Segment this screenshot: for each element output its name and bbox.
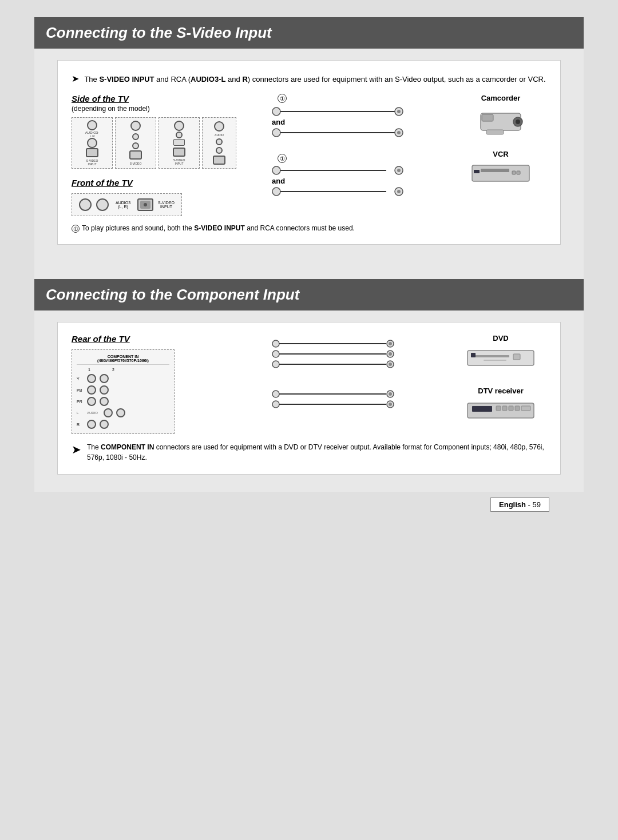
pr-conn2 [100, 397, 109, 406]
camcorder-label: Camcorder [461, 94, 541, 102]
circle1-top: ① [278, 94, 449, 103]
svg-point-29 [272, 340, 279, 347]
comp-cable-l [272, 390, 432, 398]
rear-of-tv-label: Rear of the TV [72, 334, 266, 344]
r-conn1 [87, 420, 96, 429]
svg-rect-52 [484, 360, 506, 361]
y-connectors [87, 374, 109, 383]
svg-point-41 [272, 391, 279, 397]
vcr-image [469, 161, 532, 186]
svg-point-21 [516, 120, 520, 124]
tv-side-panels: AUDIO3-L R S-VIDEOINPUT S-VIDEO [72, 117, 266, 169]
svg-rect-50 [475, 355, 509, 357]
svideo-cable-4 [272, 186, 421, 197]
comp-footnote-text: The COMPONENT IN connectors are used for… [87, 442, 546, 463]
panel4-conn3 [216, 147, 223, 154]
l-conn1 [104, 408, 113, 417]
tv-panel-3: S-VIDEOINPUT [159, 117, 200, 169]
page-footer: English - 59 [34, 492, 584, 517]
pr-connectors [87, 397, 109, 406]
svg-point-37 [272, 361, 279, 368]
front-svideo-port [137, 198, 153, 211]
footnote-num: ① [72, 225, 80, 233]
footnote-bold: S-VIDEO INPUT [194, 224, 245, 232]
svideo-input-label: S-VIDEOINPUT [158, 201, 175, 209]
svg-point-18 [397, 190, 401, 193]
comp-cable-group-1 [272, 340, 449, 368]
num-circle-1: ① [278, 94, 287, 103]
panel3-conn2 [176, 132, 183, 138]
footer-page-num: - 59 [528, 500, 541, 509]
cable-gap [272, 377, 449, 387]
svg-point-44 [389, 392, 392, 396]
svg-point-14 [397, 169, 401, 172]
panel4-conn1 [214, 121, 224, 132]
panel-numbers: 1 2 [77, 368, 169, 372]
svg-rect-51 [513, 354, 520, 360]
svideo-connection-diagrams: ① [272, 94, 449, 197]
comp-footnote-bold: COMPONENT IN [101, 443, 154, 451]
component-section-header: Connecting to the Component Input [34, 279, 584, 310]
and-label-bottom: and [272, 177, 449, 185]
component-content-box: Rear of the TV COMPONENT IN(480i/480P/57… [57, 322, 561, 475]
component-left: Rear of the TV COMPONENT IN(480i/480P/57… [72, 334, 266, 434]
tv-panel-1: AUDIO3-L R S-VIDEOINPUT [72, 117, 113, 169]
svideo-cable-1 [272, 106, 421, 117]
panel2-conn3 [132, 142, 139, 149]
svg-rect-24 [472, 165, 529, 181]
row-label-l: L [77, 411, 84, 415]
front-of-tv-label: Front of the TV [72, 178, 266, 188]
l-connectors [104, 408, 125, 417]
audio-text: AUDIO [87, 411, 98, 415]
comp-row-r: R [77, 420, 169, 429]
dtv-image [466, 397, 535, 423]
comp-cable-r [272, 400, 432, 408]
panel1-svideo [86, 148, 98, 157]
svg-rect-56 [496, 406, 501, 411]
tv-panel-2: S-VIDEO [115, 117, 156, 169]
panel1-conn2 [87, 138, 97, 148]
spacer1 [272, 140, 449, 152]
svideo-diagrams: Side of the TV (depending on the model) … [72, 94, 546, 216]
svg-rect-26 [512, 171, 516, 174]
row-label-pr: PR [77, 400, 84, 404]
component-title: Connecting to the Component Input [46, 286, 572, 304]
vcr-label: VCR [461, 150, 541, 158]
pb-connectors [87, 385, 109, 395]
panel4-svideo [213, 156, 225, 165]
dvd-device: DVD [461, 334, 541, 373]
svideo-intro: ➤ The S-VIDEO INPUT and RCA (AUDIO3-L an… [72, 72, 546, 86]
component-footnote: ➤ The COMPONENT IN connectors are used f… [72, 442, 546, 463]
svg-point-6 [272, 129, 280, 137]
component-rows: Y PB [77, 374, 169, 429]
svg-rect-23 [486, 130, 504, 134]
component-devices: DVD DTV receiver [455, 334, 546, 425]
svg-rect-58 [509, 406, 513, 411]
footer-language: English [499, 500, 526, 509]
panel1-conn1 [87, 120, 97, 130]
svg-rect-60 [521, 406, 530, 411]
svideo-footnote: ① To play pictures and sound, both the S… [72, 224, 546, 233]
svg-point-5 [397, 110, 401, 113]
side-of-tv-label: Side of the TV [72, 94, 266, 103]
front-conn1 [79, 198, 92, 211]
svideo-cable-top: and [272, 106, 449, 138]
y-conn2 [100, 374, 109, 383]
panel2-conn1 [130, 121, 141, 131]
comp-cable-y [272, 340, 432, 348]
panel3-rect [173, 139, 185, 146]
pr-conn1 [87, 397, 96, 406]
comp-cable-pb [272, 350, 432, 358]
svideo-cable-2 [272, 128, 421, 138]
dtv-label: DTV receiver [461, 387, 541, 395]
svideo-devices-column: Camcorder VC [455, 94, 546, 189]
svideo-title: Connecting to the S-Video Input [46, 24, 572, 42]
svg-point-45 [272, 401, 279, 408]
comp-row-y: Y [77, 374, 169, 383]
row-label-r: R [77, 423, 84, 427]
panel2-conn2 [132, 133, 139, 140]
dvd-label: DVD [461, 334, 541, 343]
component-connections [272, 334, 449, 414]
svg-rect-49 [468, 351, 534, 365]
svg-rect-59 [515, 406, 520, 411]
